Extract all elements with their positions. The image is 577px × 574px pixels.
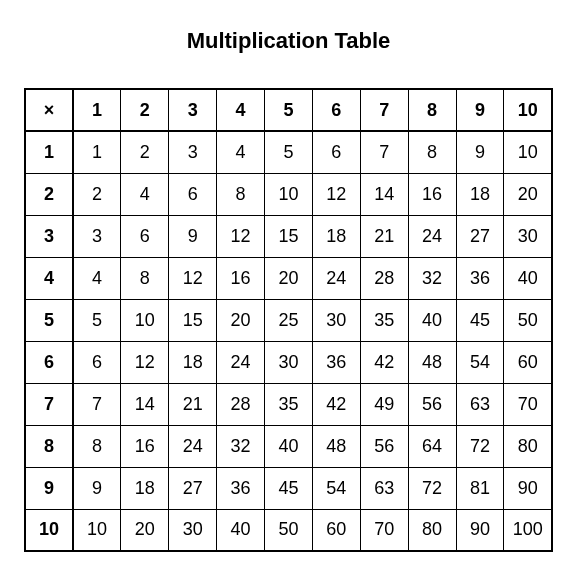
- cell: 6: [121, 215, 169, 257]
- cell: 48: [408, 341, 456, 383]
- row-header: 8: [25, 425, 73, 467]
- cell: 24: [217, 341, 265, 383]
- cell: 18: [312, 215, 360, 257]
- cell: 24: [169, 425, 217, 467]
- corner-cell: ×: [25, 89, 73, 131]
- cell: 49: [360, 383, 408, 425]
- cell: 40: [504, 257, 552, 299]
- cell: 25: [264, 299, 312, 341]
- cell: 28: [360, 257, 408, 299]
- cell: 12: [169, 257, 217, 299]
- cell: 4: [217, 131, 265, 173]
- cell: 12: [217, 215, 265, 257]
- column-header: 8: [408, 89, 456, 131]
- cell: 5: [264, 131, 312, 173]
- cell: 4: [73, 257, 121, 299]
- cell: 40: [217, 509, 265, 551]
- cell: 90: [456, 509, 504, 551]
- cell: 24: [408, 215, 456, 257]
- table-row: 5 5 10 15 20 25 30 35 40 45 50: [25, 299, 552, 341]
- table-row: 8 8 16 24 32 40 48 56 64 72 80: [25, 425, 552, 467]
- cell: 18: [169, 341, 217, 383]
- cell: 54: [456, 341, 504, 383]
- column-header: 3: [169, 89, 217, 131]
- cell: 80: [504, 425, 552, 467]
- cell: 40: [408, 299, 456, 341]
- row-header: 5: [25, 299, 73, 341]
- cell: 10: [73, 509, 121, 551]
- cell: 21: [169, 383, 217, 425]
- table-row: 9 9 18 27 36 45 54 63 72 81 90: [25, 467, 552, 509]
- table-row: 6 6 12 18 24 30 36 42 48 54 60: [25, 341, 552, 383]
- row-header: 2: [25, 173, 73, 215]
- cell: 36: [217, 467, 265, 509]
- table-row: 2 2 4 6 8 10 12 14 16 18 20: [25, 173, 552, 215]
- cell: 2: [121, 131, 169, 173]
- row-header: 3: [25, 215, 73, 257]
- cell: 6: [73, 341, 121, 383]
- cell: 2: [73, 173, 121, 215]
- column-header: 4: [217, 89, 265, 131]
- table-row: 3 3 6 9 12 15 18 21 24 27 30: [25, 215, 552, 257]
- cell: 15: [264, 215, 312, 257]
- cell: 8: [121, 257, 169, 299]
- cell: 45: [264, 467, 312, 509]
- cell: 50: [504, 299, 552, 341]
- cell: 3: [73, 215, 121, 257]
- cell: 56: [360, 425, 408, 467]
- cell: 20: [121, 509, 169, 551]
- table-row: 1 1 2 3 4 5 6 7 8 9 10: [25, 131, 552, 173]
- row-header: 10: [25, 509, 73, 551]
- cell: 56: [408, 383, 456, 425]
- cell: 35: [360, 299, 408, 341]
- cell: 32: [408, 257, 456, 299]
- row-header: 1: [25, 131, 73, 173]
- cell: 21: [360, 215, 408, 257]
- cell: 10: [121, 299, 169, 341]
- table-row: 4 4 8 12 16 20 24 28 32 36 40: [25, 257, 552, 299]
- row-header: 9: [25, 467, 73, 509]
- cell: 3: [169, 131, 217, 173]
- cell: 8: [217, 173, 265, 215]
- cell: 36: [312, 341, 360, 383]
- column-header: 2: [121, 89, 169, 131]
- cell: 54: [312, 467, 360, 509]
- cell: 40: [264, 425, 312, 467]
- cell: 10: [264, 173, 312, 215]
- cell: 32: [217, 425, 265, 467]
- cell: 18: [456, 173, 504, 215]
- cell: 42: [312, 383, 360, 425]
- cell: 12: [121, 341, 169, 383]
- column-header: 7: [360, 89, 408, 131]
- cell: 48: [312, 425, 360, 467]
- cell: 20: [217, 299, 265, 341]
- column-header: 9: [456, 89, 504, 131]
- cell: 9: [73, 467, 121, 509]
- column-header: 10: [504, 89, 552, 131]
- row-header: 7: [25, 383, 73, 425]
- cell: 72: [456, 425, 504, 467]
- multiplication-table: × 1 2 3 4 5 6 7 8 9 10 1 1 2 3 4 5 6 7 8…: [24, 88, 553, 552]
- cell: 20: [504, 173, 552, 215]
- cell: 81: [456, 467, 504, 509]
- cell: 60: [312, 509, 360, 551]
- cell: 60: [504, 341, 552, 383]
- cell: 15: [169, 299, 217, 341]
- cell: 30: [169, 509, 217, 551]
- cell: 6: [312, 131, 360, 173]
- cell: 20: [264, 257, 312, 299]
- table-body: 1 1 2 3 4 5 6 7 8 9 10 2 2 4 6 8 10 12 1…: [25, 131, 552, 551]
- cell: 30: [504, 215, 552, 257]
- cell: 9: [169, 215, 217, 257]
- page-title: Multiplication Table: [24, 28, 553, 54]
- cell: 63: [456, 383, 504, 425]
- cell: 63: [360, 467, 408, 509]
- cell: 70: [360, 509, 408, 551]
- cell: 30: [264, 341, 312, 383]
- cell: 6: [169, 173, 217, 215]
- cell: 50: [264, 509, 312, 551]
- cell: 4: [121, 173, 169, 215]
- cell: 30: [312, 299, 360, 341]
- cell: 8: [408, 131, 456, 173]
- column-header: 5: [264, 89, 312, 131]
